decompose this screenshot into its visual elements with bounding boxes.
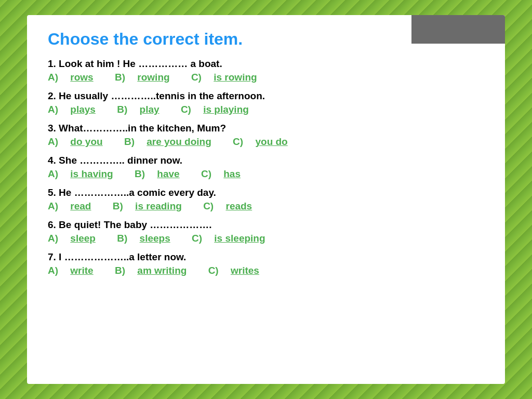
question-1: 1. Look at him ! He …………… a boat. A) row… bbox=[48, 58, 484, 83]
q7-answers: A) write B) am writing C) writes bbox=[48, 265, 484, 276]
q1-a-option[interactable]: rows bbox=[70, 72, 93, 83]
question-3: 3. What…………..in the kitchen, Mum? A) do … bbox=[48, 123, 484, 148]
q6-b-label: B) sleeps bbox=[117, 233, 180, 244]
question-2: 2. He usually …………..tennis in the aftern… bbox=[48, 90, 484, 115]
q7-text: 7. I ………………..a letter now. bbox=[48, 251, 484, 263]
top-right-decoration bbox=[411, 15, 505, 44]
q7-a-option[interactable]: write bbox=[70, 265, 93, 276]
q2-a-label: A) plays bbox=[48, 104, 105, 115]
q1-a-label: A) rows bbox=[48, 72, 103, 83]
q1-answers: A) rows B) rowing C) is rowing bbox=[48, 72, 484, 83]
q5-a-label: A) read bbox=[48, 201, 100, 211]
q2-b-option[interactable]: play bbox=[140, 104, 159, 115]
q1-text: 1. Look at him ! He …………… a boat. bbox=[48, 58, 484, 70]
q2-a-option[interactable]: plays bbox=[70, 104, 96, 115]
q5-b-label: B) is reading bbox=[113, 201, 191, 211]
q1-b-option[interactable]: rowing bbox=[137, 72, 169, 83]
q3-c-label: C) you do bbox=[233, 136, 297, 147]
q5-a-option[interactable]: read bbox=[70, 201, 91, 211]
q5-c-label: C) reads bbox=[203, 201, 261, 211]
q6-c-option[interactable]: is sleeping bbox=[214, 233, 265, 244]
q1-c-option[interactable]: is rowing bbox=[214, 72, 257, 83]
q5-answers: A) read B) is reading C) reads bbox=[48, 201, 484, 212]
q7-b-option[interactable]: am writing bbox=[137, 265, 187, 276]
q2-c-label: C) is playing bbox=[181, 104, 258, 115]
q3-a-label: A) do you bbox=[48, 136, 112, 147]
q6-a-label: A) sleep bbox=[48, 233, 105, 244]
q3-text: 3. What…………..in the kitchen, Mum? bbox=[48, 123, 484, 134]
main-card: Choose the correct item. 1. Look at him … bbox=[27, 15, 505, 384]
q1-b-label: B) rowing bbox=[115, 72, 179, 83]
q6-answers: A) sleep B) sleeps C) is sleeping bbox=[48, 233, 484, 244]
q4-b-label: B) have bbox=[135, 168, 189, 179]
q3-a-option[interactable]: do you bbox=[70, 136, 102, 147]
q5-c-option[interactable]: reads bbox=[225, 201, 252, 211]
q6-c-label: C) is sleeping bbox=[192, 233, 275, 244]
q7-c-option[interactable]: writes bbox=[231, 265, 259, 276]
q3-c-option[interactable]: you do bbox=[255, 136, 287, 147]
q6-a-option[interactable]: sleep bbox=[70, 233, 96, 244]
question-5: 5. He ……………..a comic every day. A) read … bbox=[48, 187, 484, 212]
q1-c-label: C) is rowing bbox=[191, 72, 267, 83]
q4-b-option[interactable]: have bbox=[157, 168, 179, 179]
q4-a-option[interactable]: is having bbox=[70, 168, 113, 179]
q6-text: 6. Be quiet! The baby ………………. bbox=[48, 219, 484, 231]
question-7: 7. I ………………..a letter now. A) write B) a… bbox=[48, 251, 484, 276]
q4-c-label: C) has bbox=[201, 168, 250, 179]
q7-c-label: C) writes bbox=[208, 265, 269, 276]
q7-a-label: A) write bbox=[48, 265, 103, 276]
q2-c-option[interactable]: is playing bbox=[203, 104, 249, 115]
q4-answers: A) is having B) have C) has bbox=[48, 168, 484, 180]
question-4: 4. She ………….. dinner now. A) is having B… bbox=[48, 155, 484, 180]
question-6: 6. Be quiet! The baby ………………. A) sleep B… bbox=[48, 219, 484, 244]
q6-b-option[interactable]: sleeps bbox=[140, 233, 170, 244]
q4-text: 4. She ………….. dinner now. bbox=[48, 155, 484, 166]
q2-answers: A) plays B) play C) is playing bbox=[48, 104, 484, 115]
q4-a-label: A) is having bbox=[48, 168, 123, 179]
q3-b-option[interactable]: are you doing bbox=[147, 136, 211, 147]
q7-b-label: B) am writing bbox=[115, 265, 196, 276]
q5-b-option[interactable]: is reading bbox=[135, 201, 182, 211]
q2-text: 2. He usually …………..tennis in the aftern… bbox=[48, 90, 484, 102]
q3-b-label: B) are you doing bbox=[124, 136, 221, 147]
q4-c-option[interactable]: has bbox=[223, 168, 241, 179]
q5-text: 5. He ……………..a comic every day. bbox=[48, 187, 484, 198]
q3-answers: A) do you B) are you doing C) you do bbox=[48, 136, 484, 148]
q2-b-label: B) play bbox=[117, 104, 168, 115]
